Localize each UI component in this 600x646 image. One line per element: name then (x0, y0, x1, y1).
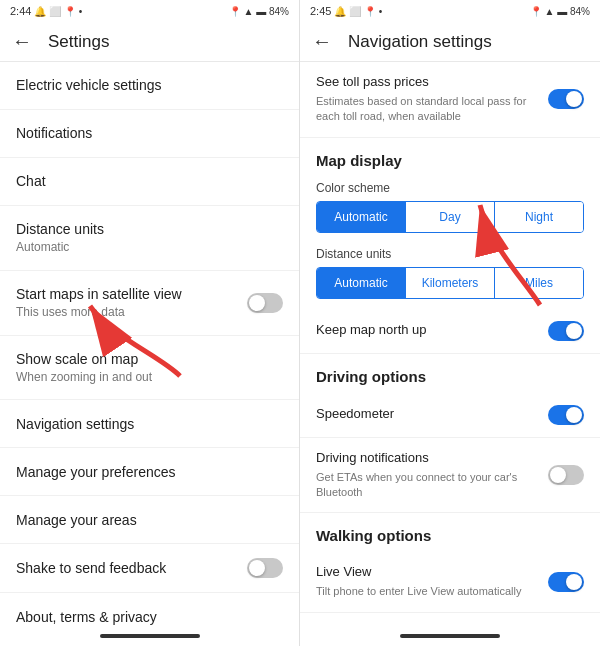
live-view-toggle[interactable] (548, 572, 584, 592)
right-bottom-indicator (300, 626, 600, 646)
live-view-label: Live View (316, 564, 521, 581)
navsettings-title: Navigation settings (16, 415, 283, 433)
map-display-heading: Map display (300, 138, 600, 177)
right-top-bar: ← Navigation settings (300, 22, 600, 62)
left-status-bar: 2:44 🔔 ⬜ 📍 • 📍 ▲ ▬ 84% (0, 0, 299, 22)
scale-title: Show scale on map (16, 350, 283, 368)
left-time: 2:44 (10, 5, 31, 17)
driving-section: Driving options Speedometer Driving noti… (300, 354, 600, 514)
settings-item-areas[interactable]: Manage your areas (0, 496, 299, 544)
north-up-label: Keep map north up (316, 322, 427, 339)
settings-list: Electric vehicle settings Notifications … (0, 62, 299, 626)
settings-item-distance[interactable]: Distance units Automatic (0, 206, 299, 271)
speedometer-label: Speedometer (316, 406, 394, 423)
dist-km-btn[interactable]: Kilometers (405, 268, 494, 298)
distance-subtitle: Automatic (16, 240, 283, 256)
color-day-btn[interactable]: Day (405, 202, 494, 232)
shake-toggle[interactable] (247, 558, 283, 578)
left-top-bar: ← Settings (0, 22, 299, 62)
speedometer-item[interactable]: Speedometer (300, 393, 600, 438)
left-bottom-indicator (0, 626, 299, 646)
settings-item-shake[interactable]: Shake to send feedback (0, 544, 299, 593)
settings-item-notifications[interactable]: Notifications (0, 110, 299, 158)
left-screen-title: Settings (48, 32, 109, 52)
satellite-subtitle: This uses more data (16, 305, 182, 321)
distance-control[interactable]: Automatic Kilometers Miles (316, 267, 584, 299)
terms-title: About, terms & privacy (16, 608, 283, 626)
ev-title: Electric vehicle settings (16, 76, 283, 94)
satellite-toggle[interactable] (247, 293, 283, 313)
right-status-bar: 2:45 🔔 ⬜ 📍 • 📍 ▲ ▬ 84% (300, 0, 600, 22)
north-up-toggle[interactable] (548, 321, 584, 341)
distance-units-label: Distance units (300, 243, 600, 263)
north-up-item[interactable]: Keep map north up (300, 309, 600, 354)
chat-title: Chat (16, 172, 283, 190)
preferences-title: Manage your preferences (16, 463, 283, 481)
toll-title: See toll pass prices (316, 74, 540, 91)
right-battery: 📍 ▲ ▬ 84% (530, 6, 590, 17)
color-auto-btn[interactable]: Automatic (317, 202, 405, 232)
right-icons: 🔔 ⬜ 📍 • (334, 6, 382, 17)
dist-auto-btn[interactable]: Automatic (317, 268, 405, 298)
settings-item-preferences[interactable]: Manage your preferences (0, 448, 299, 496)
speedometer-toggle[interactable] (548, 405, 584, 425)
shake-title: Shake to send feedback (16, 559, 166, 577)
settings-item-chat[interactable]: Chat (0, 158, 299, 206)
toll-subtitle: Estimates based on standard local pass f… (316, 94, 540, 125)
toll-item[interactable]: See toll pass prices Estimates based on … (300, 62, 600, 138)
map-display-section: Map display Color scheme Automatic Day N… (300, 138, 600, 354)
notifications-title: Notifications (16, 124, 283, 142)
right-back-button[interactable]: ← (312, 30, 332, 53)
settings-item-scale[interactable]: Show scale on map When zooming in and ou… (0, 336, 299, 401)
scale-subtitle: When zooming in and out (16, 370, 283, 386)
left-back-button[interactable]: ← (12, 30, 32, 53)
walking-heading: Walking options (300, 513, 600, 552)
driving-notif-subtitle: Get ETAs when you connect to your car's … (316, 470, 540, 501)
driving-notif-item[interactable]: Driving notifications Get ETAs when you … (300, 438, 600, 514)
color-scheme-control[interactable]: Automatic Day Night (316, 201, 584, 233)
live-view-item[interactable]: Live View Tilt phone to enter Live View … (300, 552, 600, 612)
driving-notif-label: Driving notifications (316, 450, 540, 467)
driving-notif-toggle[interactable] (548, 465, 584, 485)
live-view-subtitle: Tilt phone to enter Live View automatica… (316, 584, 521, 599)
color-scheme-label: Color scheme (300, 177, 600, 197)
toll-toggle[interactable] (548, 89, 584, 109)
right-screen-title: Navigation settings (348, 32, 492, 52)
distance-title: Distance units (16, 220, 283, 238)
color-night-btn[interactable]: Night (494, 202, 583, 232)
dist-miles-btn[interactable]: Miles (494, 268, 583, 298)
right-time: 2:45 (310, 5, 331, 17)
left-battery: 📍 ▲ ▬ 84% (229, 6, 289, 17)
satellite-title: Start maps in satellite view (16, 285, 182, 303)
nav-content: See toll pass prices Estimates based on … (300, 62, 600, 626)
settings-item-satellite[interactable]: Start maps in satellite view This uses m… (0, 271, 299, 336)
settings-item-terms[interactable]: About, terms & privacy (0, 593, 299, 626)
areas-title: Manage your areas (16, 511, 283, 529)
settings-item-navsettings[interactable]: Navigation settings (0, 400, 299, 448)
settings-item-ev[interactable]: Electric vehicle settings (0, 62, 299, 110)
left-icons: 🔔 ⬜ 📍 • (34, 6, 82, 17)
driving-heading: Driving options (300, 354, 600, 393)
walking-section: Walking options Live View Tilt phone to … (300, 513, 600, 612)
